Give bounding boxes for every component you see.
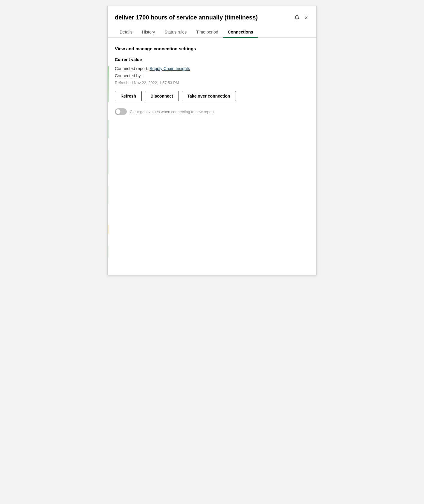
tab-history[interactable]: History	[137, 27, 160, 37]
close-button[interactable]: ×	[303, 13, 309, 22]
connected-by-row: Connected by:	[115, 73, 309, 78]
action-buttons: Refresh Disconnect Take over connection	[115, 91, 309, 101]
refresh-time: Refreshed Nov 22, 2022, 1:57:53 PM	[115, 81, 309, 85]
left-accent-bar-1	[108, 66, 109, 102]
connected-report-label: Connected report:	[115, 66, 148, 71]
toggle-row: Clear goal values when connecting to new…	[115, 108, 309, 115]
bell-icon	[294, 15, 300, 20]
current-value-heading: Current value	[115, 57, 309, 62]
left-accent-bar-5	[108, 246, 109, 258]
tab-details[interactable]: Details	[115, 27, 137, 37]
take-over-button[interactable]: Take over connection	[182, 91, 236, 101]
tab-time-period[interactable]: Time period	[191, 27, 223, 37]
connected-report-link[interactable]: Supply Chain Insights	[150, 66, 190, 71]
panel-header: deliver 1700 hours of service annually (…	[108, 6, 316, 22]
panel: deliver 1700 hours of service annually (…	[107, 6, 317, 275]
left-accent-bar-2	[108, 120, 109, 138]
tabs-nav: Details History Status rules Time period…	[108, 27, 316, 38]
toggle-label: Clear goal values when connecting to new…	[130, 110, 214, 114]
refresh-button[interactable]: Refresh	[115, 91, 142, 101]
connected-by-label: Connected by:	[115, 73, 142, 78]
left-accent-bar-3	[108, 150, 109, 174]
close-icon: ×	[304, 15, 308, 21]
bell-button[interactable]	[293, 14, 301, 22]
panel-title: deliver 1700 hours of service annually (…	[115, 13, 258, 21]
left-accent-bar-yellow	[108, 225, 109, 234]
panel-content: View and manage connection settings Curr…	[108, 38, 316, 123]
connected-report-row: Connected report: Supply Chain Insights	[115, 66, 309, 71]
tab-connections[interactable]: Connections	[223, 27, 258, 37]
tab-status-rules[interactable]: Status rules	[160, 27, 191, 37]
section-heading: View and manage connection settings	[115, 46, 309, 51]
toggle-switch[interactable]	[115, 108, 127, 115]
header-icons: ×	[293, 13, 309, 22]
toggle-slider	[115, 108, 127, 115]
disconnect-button[interactable]: Disconnect	[145, 91, 179, 101]
left-accent-bar-4	[108, 186, 109, 204]
